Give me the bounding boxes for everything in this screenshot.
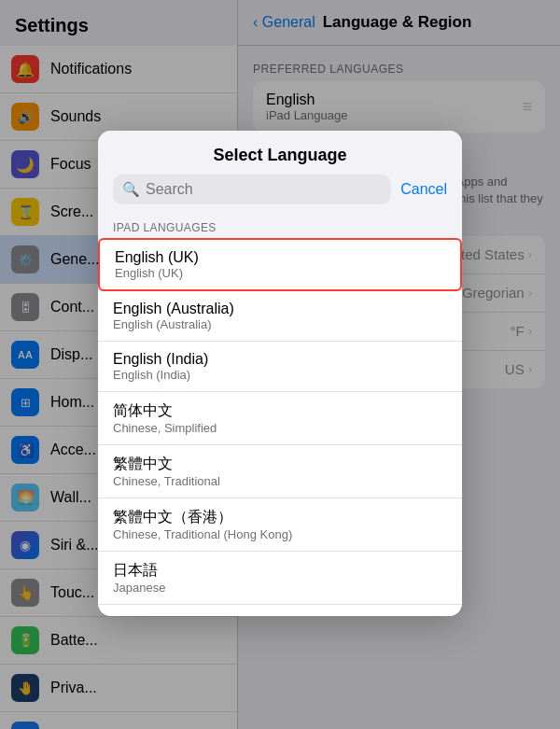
select-language-modal: Select Language 🔍 Cancel IPAD LANGUAGES … <box>98 131 462 616</box>
language-item-ja[interactable]: 日本語 Japanese <box>98 552 462 605</box>
lang-native-zh-hk: Chinese, Traditional (Hong Kong) <box>113 527 447 541</box>
lang-native-zh-hans: Chinese, Simplified <box>113 421 447 435</box>
modal-header: Select Language 🔍 Cancel <box>98 131 462 212</box>
cancel-button[interactable]: Cancel <box>400 181 447 198</box>
language-item-zh-hk[interactable]: 繁體中文（香港） Chinese, Traditional (Hong Kong… <box>98 498 462 552</box>
lang-name-es: Español <box>113 614 447 616</box>
search-icon: 🔍 <box>122 181 140 198</box>
lang-native-en-uk: English (UK) <box>115 266 445 280</box>
lang-name-zh-hant: 繁體中文 <box>113 455 447 474</box>
search-bar[interactable]: 🔍 <box>113 175 391 204</box>
lang-native-ja: Japanese <box>113 581 447 595</box>
search-input[interactable] <box>146 181 382 198</box>
lang-name-zh-hk: 繁體中文（香港） <box>113 508 447 527</box>
ipad-languages-label: IPAD LANGUAGES <box>98 212 462 238</box>
modal-title: Select Language <box>113 146 447 165</box>
language-item-en-in[interactable]: English (India) English (India) <box>98 342 462 392</box>
lang-native-en-au: English (Australia) <box>113 317 447 331</box>
language-item-zh-hant[interactable]: 繁體中文 Chinese, Traditional <box>98 445 462 498</box>
lang-name-en-uk: English (UK) <box>115 249 445 266</box>
lang-native-zh-hant: Chinese, Traditional <box>113 474 447 488</box>
lang-native-en-in: English (India) <box>113 368 447 382</box>
lang-name-zh-hans: 简体中文 <box>113 401 447 421</box>
modal-overlay: Select Language 🔍 Cancel IPAD LANGUAGES … <box>0 0 560 729</box>
language-item-en-uk[interactable]: English (UK) English (UK) <box>98 238 462 291</box>
language-list: IPAD LANGUAGES English (UK) English (UK)… <box>98 212 462 616</box>
language-item-zh-hans[interactable]: 简体中文 Chinese, Simplified <box>98 392 462 445</box>
lang-name-en-in: English (India) <box>113 351 447 368</box>
lang-name-ja: 日本語 <box>113 561 447 581</box>
language-item-en-au[interactable]: English (Australia) English (Australia) <box>98 291 462 342</box>
language-item-es[interactable]: Español <box>98 605 462 616</box>
lang-name-en-au: English (Australia) <box>113 301 447 317</box>
